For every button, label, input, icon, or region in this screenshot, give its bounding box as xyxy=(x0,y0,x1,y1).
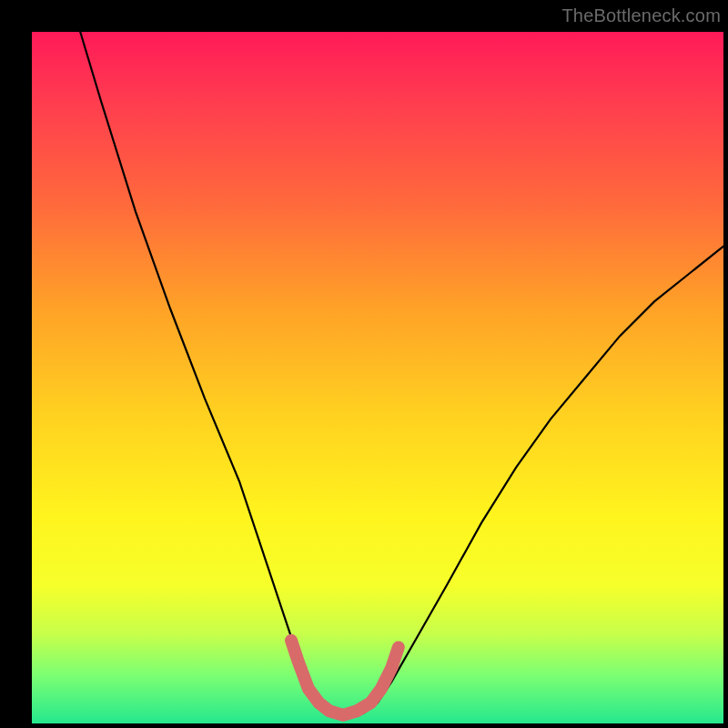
bottleneck-curve xyxy=(80,32,723,716)
valley-highlight xyxy=(291,641,399,715)
chart-frame: TheBottleneck.com xyxy=(0,0,728,728)
chart-svg xyxy=(32,32,723,723)
attribution-text: TheBottleneck.com xyxy=(561,5,721,26)
plot-area xyxy=(32,32,723,723)
